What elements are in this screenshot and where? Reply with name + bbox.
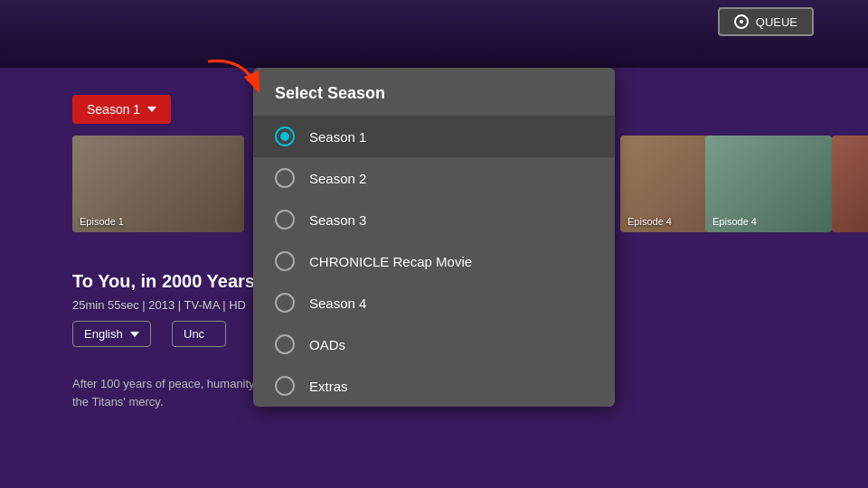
chevron-down-icon xyxy=(147,107,156,112)
language-chevron-icon xyxy=(130,332,139,337)
season-select-dropdown: Select Season Season 1 Season 2 Season 3… xyxy=(253,68,615,407)
arrow-indicator xyxy=(199,52,271,101)
episode-1-label: Episode 1 xyxy=(80,216,124,227)
season-2-label: Season 2 xyxy=(309,171,366,186)
season-option-1[interactable]: Season 1 xyxy=(253,116,615,157)
season-4-label: Season 4 xyxy=(309,296,366,311)
queue-button[interactable]: QUEUE xyxy=(718,7,814,36)
season-option-3[interactable]: Season 3 xyxy=(253,199,615,240)
radio-season-2 xyxy=(275,168,295,188)
queue-label: QUEUE xyxy=(756,15,797,29)
season-option-chronicle[interactable]: CHRONICLE Recap Movie xyxy=(253,240,615,282)
dropdown-title: Select Season xyxy=(253,68,615,116)
radio-season-3 xyxy=(275,210,295,230)
show-title: To You, in 2000 Years - xyxy=(72,271,266,292)
show-meta: 25min 55sec | 2013 | TV-MA | HD xyxy=(72,298,246,312)
right-episode-1-label: Episode 4 xyxy=(712,216,757,227)
radio-extras xyxy=(275,376,295,396)
language-label: English xyxy=(84,327,123,341)
season-3-label: Season 3 xyxy=(309,212,366,228)
season-dropdown-button[interactable]: Season 1 xyxy=(72,95,171,124)
season-option-2[interactable]: Season 2 xyxy=(253,157,615,199)
extras-label: Extras xyxy=(309,379,348,394)
queue-icon xyxy=(734,14,749,29)
season-1-label: Season 1 xyxy=(309,129,366,145)
radio-chronicle xyxy=(275,251,295,271)
episode-thumb-right-2[interactable] xyxy=(832,136,868,232)
episode-thumb-1[interactable]: Episode 1 xyxy=(72,136,244,232)
subtitle-button[interactable]: Unc xyxy=(172,321,226,347)
episode-4-label: Episode 4 xyxy=(627,216,672,227)
radio-season-4 xyxy=(275,293,295,313)
season-option-4[interactable]: Season 4 xyxy=(253,282,615,324)
radio-oads xyxy=(275,334,295,354)
season-option-oads[interactable]: OADs xyxy=(253,324,615,365)
episode-thumb-right-1[interactable]: Episode 4 xyxy=(705,136,832,232)
radio-season-1 xyxy=(275,127,295,146)
chronicle-label: CHRONICLE Recap Movie xyxy=(309,254,472,269)
season-option-extras[interactable]: Extras xyxy=(253,365,615,407)
subtitle-label: Unc xyxy=(184,327,204,341)
oads-label: OADs xyxy=(309,337,345,352)
language-button[interactable]: English xyxy=(72,321,151,347)
season-button-label: Season 1 xyxy=(87,102,140,117)
arrow-icon xyxy=(199,52,271,98)
radio-inner-season-1 xyxy=(280,132,289,141)
